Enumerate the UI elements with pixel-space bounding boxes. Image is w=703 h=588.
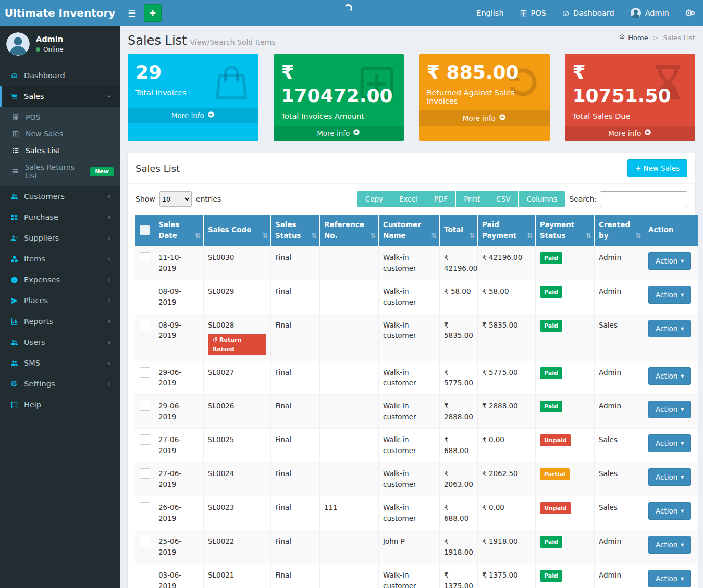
sidebar-submenu: POSNew SalesSales ListSales Returns List… [0,107,120,186]
sidebar-link-purchase[interactable]: Purchase [0,207,120,228]
quick-add-button[interactable]: + [144,4,162,22]
sort-icon[interactable]: ⇅ [311,231,317,241]
action-dropdown-button[interactable]: Action▼ [648,252,691,270]
sidebar-link-expenses[interactable]: Expenses [0,269,120,290]
row-checkbox[interactable] [140,434,150,445]
main-column: Sales ListView/Search Sold Items Home>Sa… [120,26,703,588]
column-header-created-by[interactable]: Created by⇅ [595,215,644,246]
export-columns-button[interactable]: Columns [519,191,565,207]
more-info-link[interactable]: More info [128,108,258,123]
column-header-payment-status[interactable]: Payment Status⇅ [536,215,595,246]
cell-paid-payment: ₹ 58.00 [478,280,536,314]
action-dropdown-button[interactable]: Action▼ [648,320,691,337]
book-icon [9,401,19,409]
dashboard-icon [9,72,19,80]
search-input[interactable] [600,191,687,207]
export-csv-button[interactable]: CSV [488,191,519,207]
sidebar-item-new-sales[interactable]: New Sales [0,126,120,142]
caret-down-icon: ▼ [681,441,684,446]
sidebar-link-help[interactable]: Help [0,394,120,415]
column-header-sales-code[interactable]: Sales Code⇅ [204,215,271,246]
sidebar-toggle-icon[interactable]: ☰ [120,8,144,19]
cubes-icon [9,255,19,263]
app-logo[interactable]: Ultimate Inventory [0,0,120,26]
sidebar-link-customers[interactable]: Customers [0,186,120,207]
sort-icon[interactable]: ⇅ [527,231,533,241]
nav-pos[interactable]: POS [512,0,554,26]
row-checkbox[interactable] [140,320,150,330]
column-header-sales-date[interactable]: Sales Date⇅ [154,215,204,246]
more-info-link[interactable]: More info [419,110,550,126]
more-info-link[interactable]: More info [565,126,696,141]
column-header-customer-name[interactable]: Customer Name⇅ [379,215,440,246]
action-dropdown-button[interactable]: Action▼ [648,434,691,452]
sort-icon[interactable]: ⇅ [370,231,376,241]
row-checkbox[interactable] [140,252,150,262]
sidebar-menu: DashboardSalesPOSNew SalesSales ListSale… [0,65,120,415]
export-excel-button[interactable]: Excel [391,191,426,207]
sidebar-link-dashboard[interactable]: Dashboard [0,65,120,86]
export-pdf-button[interactable]: PDF [426,191,456,207]
sidebar-link-reports[interactable]: Reports [0,311,120,332]
page-length-select[interactable]: 10 [159,191,192,207]
sidebar-link-sales[interactable]: Sales [0,86,120,107]
cell-sales-code: SL0030 [204,246,271,280]
cell-paid-payment: ₹ 2888.00 [478,395,536,429]
sort-icon[interactable]: ⇅ [635,231,641,241]
row-checkbox[interactable] [140,401,150,411]
page-wrapper: Admin Online DashboardSalesPOSNew SalesS… [0,26,703,588]
sort-icon[interactable]: ⇅ [262,231,268,241]
export-copy-button[interactable]: Copy [357,191,391,207]
sort-icon[interactable]: ⇅ [586,231,591,241]
sidebar-link-settings[interactable]: ⚙Settings [0,373,120,394]
action-dropdown-button[interactable]: Action▼ [648,502,691,520]
breadcrumb: Home>Sales List [619,33,695,42]
column-header-sales-status[interactable]: Sales Status⇅ [271,215,320,246]
row-checkbox[interactable] [140,367,150,378]
action-dropdown-button[interactable]: Action▼ [648,401,691,418]
nav-user[interactable]: Admin [622,0,677,26]
column-header-total[interactable]: Total⇅ [440,215,478,246]
sidebar-item-users: Users [0,332,120,353]
sidebar-link-places[interactable]: Places [0,290,120,311]
nav-dashboard[interactable]: Dashboard [554,0,622,26]
select-all-checkbox[interactable] [140,225,150,235]
action-dropdown-button[interactable]: Action▼ [648,367,691,385]
sidebar-link-users[interactable]: Users [0,332,120,353]
row-checkbox[interactable] [140,502,150,512]
cell-created-by: Admin [595,361,644,395]
sidebar-link-suppliers[interactable]: Suppliers [0,228,120,248]
caret-down-icon: ▼ [681,577,684,581]
cell-total: ₹ 5835.00 [440,314,478,361]
column-header-paid-payment[interactable]: Paid Payment⇅ [478,215,536,246]
sidebar-link-items[interactable]: Items [0,248,120,269]
nav-language[interactable]: English [468,0,511,26]
action-dropdown-button[interactable]: Action▼ [648,468,691,486]
sidebar-link-sms[interactable]: SMS [0,353,120,373]
sidebar-item-expenses: Expenses [0,269,120,290]
sort-icon[interactable]: ⇅ [431,231,437,241]
sidebar-item-sales-list[interactable]: Sales List [0,142,120,159]
chevron-left-icon [106,277,112,283]
breadcrumb-home[interactable]: Home [619,33,648,42]
row-checkbox[interactable] [140,286,150,296]
action-dropdown-button[interactable]: Action▼ [648,536,691,554]
sort-icon[interactable]: ⇅ [469,231,475,241]
nav-settings[interactable]: ⚙⚙ [677,0,703,26]
new-sales-button[interactable]: +New Sales [627,159,687,177]
sidebar-user-panel: Admin Online [0,26,120,62]
column-header-reference-no[interactable]: Reference No.⇅ [320,215,379,246]
row-checkbox[interactable] [140,468,150,479]
sidebar-item-pos[interactable]: POS [0,109,120,126]
action-dropdown-button[interactable]: Action▼ [648,570,691,587]
action-dropdown-button[interactable]: Action▼ [648,286,691,304]
row-checkbox[interactable] [140,536,150,546]
export-print-button[interactable]: Print [456,191,488,207]
sidebar-item-purchase: Purchase [0,207,120,228]
list-icon [11,147,20,154]
cell-reference-no [320,462,379,496]
sidebar-item-sales-returns-list[interactable]: Sales Returns ListNew [0,159,120,184]
more-info-link[interactable]: More info [274,126,404,141]
row-checkbox[interactable] [140,570,150,580]
sort-icon[interactable]: ⇅ [195,231,201,241]
